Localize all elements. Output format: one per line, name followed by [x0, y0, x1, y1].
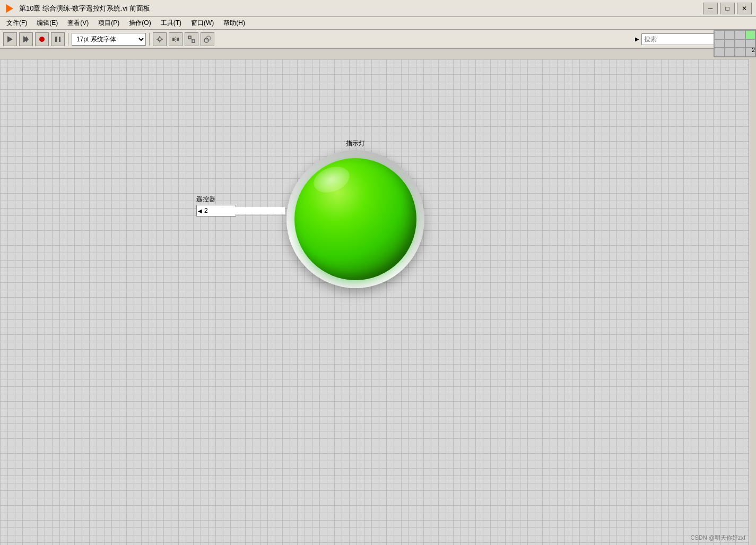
svg-rect-16: [192, 40, 195, 42]
thumb-cell-1: [714, 30, 725, 39]
toolbar: 17pt 系统字体 ▶: [0, 30, 756, 49]
distribute-button[interactable]: [169, 32, 183, 46]
title-text: 第10章 综合演练-数字遥控灯系统.vi 前面板: [19, 4, 150, 13]
menu-file[interactable]: 文件(F): [2, 18, 31, 29]
font-selector[interactable]: 17pt 系统字体: [72, 33, 146, 46]
title-bar: 第10章 综合演练-数字遥控灯系统.vi 前面板 ─ □ ✕: [0, 0, 756, 17]
minimize-button[interactable]: ─: [703, 3, 718, 14]
run-button[interactable]: [3, 32, 17, 46]
thumb-cell-5: [714, 39, 725, 48]
svg-rect-5: [55, 37, 57, 42]
svg-rect-13: [177, 38, 179, 41]
thumb-cell-4: [745, 30, 756, 39]
vertical-scrollbar[interactable]: [749, 59, 756, 545]
svg-line-17: [191, 39, 192, 40]
indicator-light-container: 指示灯: [286, 139, 424, 288]
svg-marker-0: [6, 4, 13, 13]
menu-operate[interactable]: 操作(O): [125, 18, 155, 29]
panel-badge: 2: [752, 47, 755, 53]
svg-rect-15: [188, 36, 191, 39]
watermark: CSDN @明天你好zxf: [691, 534, 745, 542]
menu-edit[interactable]: 编辑(E): [32, 18, 62, 29]
canvas-grid: [0, 59, 756, 545]
order-button[interactable]: [201, 32, 214, 46]
menu-project[interactable]: 项目(P): [94, 18, 124, 29]
light-base: [286, 150, 424, 288]
svg-rect-12: [172, 38, 175, 41]
toolbar-separator-2: [149, 33, 150, 46]
remote-value-input[interactable]: [203, 207, 285, 214]
search-input[interactable]: [641, 33, 721, 45]
menu-window[interactable]: 窗口(W): [187, 18, 218, 29]
panel-thumbnail: [714, 30, 756, 57]
svg-marker-1: [7, 36, 13, 42]
canvas-area[interactable]: 指示灯 遥控器 ◀ CSDN @明天你好zxf: [0, 59, 756, 545]
thumb-cell-3: [735, 30, 745, 39]
remote-container: 遥控器 ◀: [196, 195, 236, 217]
menu-bar: 文件(F) 编辑(E) 查看(V) 项目(P) 操作(O) 工具(T) 窗口(W…: [0, 17, 756, 30]
indicator-label: 指示灯: [286, 139, 424, 148]
stop-button[interactable]: [35, 32, 49, 46]
svg-rect-6: [59, 37, 60, 42]
remote-decrement-button[interactable]: ◀: [197, 208, 203, 214]
menu-view[interactable]: 查看(V): [63, 18, 93, 29]
thumb-cell-7: [735, 39, 745, 48]
run-continuous-button[interactable]: [19, 32, 33, 46]
remote-label: 遥控器: [196, 195, 236, 204]
maximize-button[interactable]: □: [720, 3, 735, 14]
search-arrow-icon: ▶: [635, 36, 639, 42]
light-sphere: [294, 158, 416, 280]
svg-point-4: [39, 37, 45, 42]
close-button[interactable]: ✕: [737, 3, 752, 14]
pause-button[interactable]: [51, 32, 65, 46]
thumb-cell-2: [725, 30, 735, 39]
menu-tools[interactable]: 工具(T): [157, 18, 186, 29]
title-left: 第10章 综合演练-数字遥控灯系统.vi 前面板: [4, 3, 150, 14]
align-button[interactable]: [153, 32, 167, 46]
title-controls: ─ □ ✕: [703, 3, 752, 14]
thumb-cell-10: [725, 48, 735, 57]
toolbar-separator-1: [68, 33, 68, 46]
thumb-cell-11: [735, 48, 745, 57]
svg-point-7: [158, 38, 161, 41]
svg-marker-3: [26, 36, 29, 42]
app-icon: [4, 3, 15, 14]
remote-input-wrapper: ◀: [196, 205, 236, 217]
thumb-cell-9: [714, 48, 725, 57]
menu-help[interactable]: 帮助(H): [219, 18, 249, 29]
thumb-cell-6: [725, 39, 735, 48]
resize-button[interactable]: [185, 32, 198, 46]
